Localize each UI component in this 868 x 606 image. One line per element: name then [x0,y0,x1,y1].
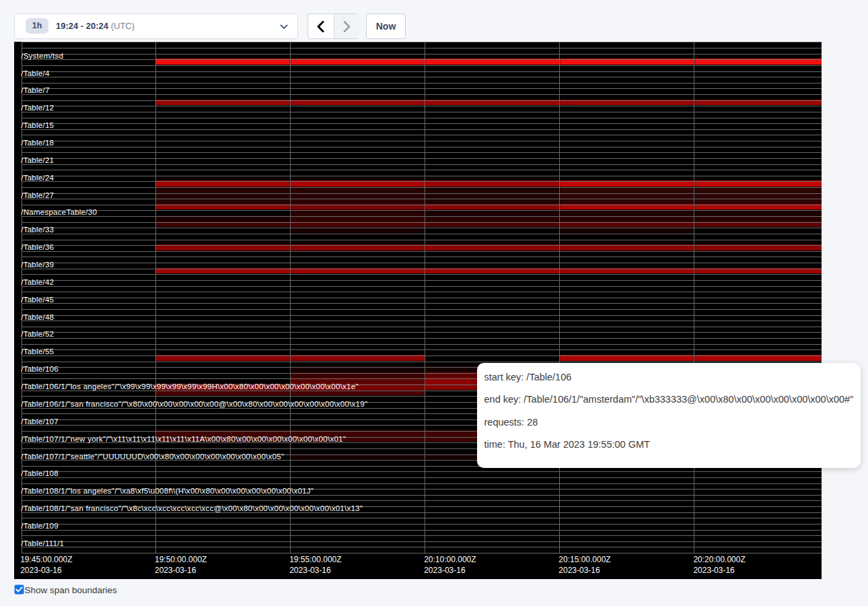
svg-text:2023-03-16: 2023-03-16 [693,566,735,575]
svg-text:/Table/21: /Table/21 [21,156,54,164]
svg-text:/Table/108/1/"los angeles"/"\x: /Table/108/1/"los angeles"/"\xa8\xf5\u00… [21,486,314,495]
svg-text:/Table/106/1/"los angeles"/"\x: /Table/106/1/"los angeles"/"\x99\x99\x99… [21,382,359,391]
svg-text:2023-03-16: 2023-03-16 [155,566,196,575]
svg-text:/Table/18: /Table/18 [21,138,54,147]
svg-text:20:20:00.000Z: 20:20:00.000Z [693,555,745,564]
svg-text:/Table/52: /Table/52 [21,329,54,338]
svg-text:/Table/109: /Table/109 [21,521,59,530]
svg-text:/Table/39: /Table/39 [21,260,54,269]
svg-text:2023-03-16: 2023-03-16 [289,566,331,575]
svg-text:19:50:00.000Z: 19:50:00.000Z [155,555,207,564]
svg-text:/Table/48: /Table/48 [21,312,54,321]
svg-text:/Table/42: /Table/42 [21,277,54,286]
svg-text:/Table/107/1/"seattle"/"UUUUUU: /Table/107/1/"seattle"/"UUUUUUD\x00\x80\… [21,452,284,461]
svg-text:/Table/27: /Table/27 [21,191,54,199]
svg-text:/Table/15: /Table/15 [21,121,54,129]
svg-text:/Table/4: /Table/4 [21,69,50,77]
svg-text:/Table/33: /Table/33 [21,225,54,234]
svg-text:/Table/55: /Table/55 [21,347,54,356]
svg-text:19:45:00.000Z: 19:45:00.000Z [20,555,72,564]
svg-text:/Table/108/1/"san francisco"/": /Table/108/1/"san francisco"/"\x8c\xcc\x… [21,504,363,512]
svg-text:/Table/7: /Table/7 [21,86,49,94]
svg-text:/NamespaceTable/30: /NamespaceTable/30 [21,207,97,216]
svg-text:20:10:00.000Z: 20:10:00.000Z [424,555,476,564]
svg-text:2023-03-16: 2023-03-16 [558,566,600,575]
svg-text:/Table/12: /Table/12 [21,103,54,112]
svg-text:/Table/36: /Table/36 [21,242,54,251]
svg-text:/Table/106: /Table/106 [21,364,59,373]
svg-text:/Table/107: /Table/107 [21,417,59,426]
svg-text:2023-03-16: 2023-03-16 [20,566,62,575]
svg-text:/System/tsd: /System/tsd [21,51,63,60]
svg-text:19:55:00.000Z: 19:55:00.000Z [289,555,341,564]
svg-text:/Table/108: /Table/108 [21,469,59,477]
svg-text:/Table/106/1/"san francisco"/": /Table/106/1/"san francisco"/"\x80\x00\x… [21,399,367,408]
svg-text:2023-03-16: 2023-03-16 [424,566,466,575]
svg-text:20:15:00.000Z: 20:15:00.000Z [558,555,610,564]
svg-text:/Table/45: /Table/45 [21,295,54,304]
svg-text:/Table/111/1: /Table/111/1 [21,539,64,547]
svg-text:/Table/107/1/"new york"/"\x11\: /Table/107/1/"new york"/"\x11\x11\x11\x1… [21,434,346,443]
svg-text:/Table/24: /Table/24 [21,173,54,182]
